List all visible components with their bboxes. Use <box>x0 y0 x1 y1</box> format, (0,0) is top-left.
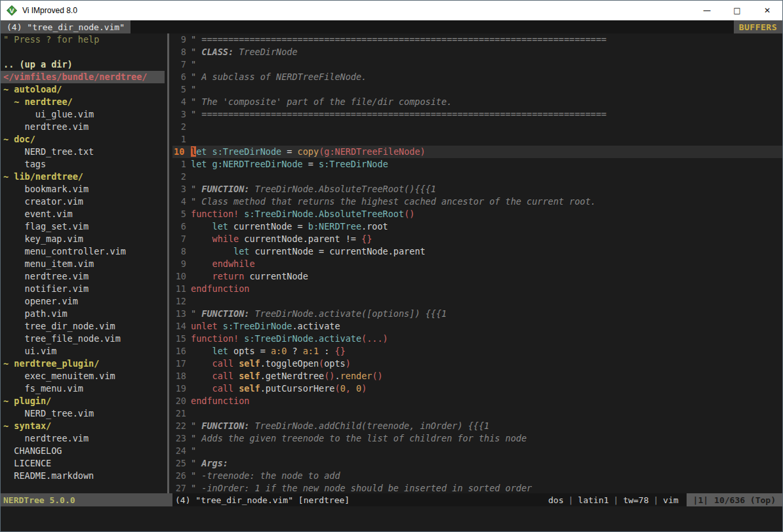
line-number: 5 <box>172 208 191 220</box>
code-line[interactable]: 22" FUNCTION: TreeDirNode.addChild(treen… <box>172 420 782 432</box>
code-line[interactable]: 23" Adds the given treenode to the list … <box>172 432 782 445</box>
minimize-button[interactable]: — <box>692 1 722 20</box>
tree-blank-row <box>1 46 165 58</box>
tree-item[interactable]: ~ doc/ <box>1 133 165 146</box>
code-line[interactable]: 10let s:TreeDirNode = copy(g:NERDTreeFil… <box>172 146 782 158</box>
tab-tree-dir-node[interactable]: (4) "tree_dir_node.vim" <box>1 20 130 33</box>
tree-item[interactable]: .. (up a dir) <box>1 58 165 71</box>
tree-item[interactable]: ~ nerdtree_plugin/ <box>1 358 165 370</box>
code-line[interactable]: 9 endwhile <box>172 258 782 270</box>
statusbar: NERDTree 5.0.0 (4) "tree_dir_node.vim" [… <box>1 493 782 506</box>
code-line[interactable]: 17 call self.toggleOpen(opts) <box>172 358 782 370</box>
code-line[interactable]: 14unlet s:TreeDirNode.activate <box>172 320 782 333</box>
tree-item[interactable]: " Press ? for help <box>1 33 165 46</box>
code-line[interactable]: 24" <box>172 445 782 457</box>
tree-item[interactable]: key_map.vim <box>1 233 165 245</box>
tree-item[interactable]: NERD_tree.txt <box>1 146 165 158</box>
tree-item[interactable]: ~ lib/nerdtree/ <box>1 171 165 183</box>
line-text: " Args: <box>191 457 228 470</box>
line-text: " Adds the given treenode to the list of… <box>191 432 527 445</box>
code-line[interactable]: 20endfunction <box>172 395 782 407</box>
code-line[interactable]: 12 <box>172 295 782 308</box>
line-text: function! s:TreeDirNode.activate(...) <box>191 333 388 345</box>
line-text: " FUNCTION: TreeDirNode.AbsoluteTreeRoot… <box>191 183 436 195</box>
code-line[interactable]: 8 let currentNode = currentNode.parent <box>172 245 782 258</box>
code-line[interactable]: 3" FUNCTION: TreeDirNode.AbsoluteTreeRoo… <box>172 183 782 195</box>
maximize-icon: □ <box>733 6 740 15</box>
tree-item[interactable]: ui.vim <box>1 345 165 358</box>
line-number: 7 <box>172 58 191 71</box>
code-line[interactable]: 8" CLASS: TreeDirNode <box>172 46 782 58</box>
tree-item[interactable]: creator.vim <box>1 195 165 208</box>
tree-item[interactable]: menu_item.vim <box>1 258 165 270</box>
close-button[interactable]: ✕ <box>752 1 782 20</box>
code-line[interactable]: 9" =====================================… <box>172 33 782 46</box>
line-number: 8 <box>172 245 191 258</box>
code-line[interactable]: 16 let opts = a:0 ? a:1 : {} <box>172 345 782 358</box>
tree-item[interactable]: </vimfiles/bundle/nerdtree/ <box>1 71 165 83</box>
code-line[interactable]: 2 <box>172 121 782 133</box>
code-line[interactable]: 6 let currentNode = b:NERDTree.root <box>172 220 782 233</box>
code-line[interactable]: 2 <box>172 171 782 183</box>
tree-item[interactable]: ~ nerdtree/ <box>1 96 165 108</box>
line-text: let g:NERDTreeDirNode = s:TreeDirNode <box>191 158 388 171</box>
line-text: " The 'composite' part of the file/dir c… <box>191 96 452 108</box>
line-text: " <box>191 83 196 96</box>
tree-item[interactable]: tree_dir_node.vim <box>1 320 165 333</box>
tree-item[interactable]: opener.vim <box>1 295 165 308</box>
code-line[interactable]: 15function! s:TreeDirNode.activate(...) <box>172 333 782 345</box>
code-line[interactable]: 6" A subclass of NERDTreeFileNode. <box>172 71 782 83</box>
tree-item[interactable]: flag_set.vim <box>1 220 165 233</box>
tree-item[interactable]: tree_file_node.vim <box>1 333 165 345</box>
tree-item[interactable]: event.vim <box>1 208 165 220</box>
maximize-button[interactable]: □ <box>722 1 752 20</box>
tree-item[interactable]: ~ plugin/ <box>1 395 165 407</box>
tree-item[interactable]: nerdtree.vim <box>1 270 165 283</box>
tree-item[interactable]: menu_controller.vim <box>1 245 165 258</box>
code-line[interactable]: 5function! s:TreeDirNode.AbsoluteTreeRoo… <box>172 208 782 220</box>
code-line[interactable]: 11endfunction <box>172 283 782 295</box>
line-number: 6 <box>172 71 191 83</box>
line-number: 22 <box>172 420 191 432</box>
tree-item[interactable]: ~ syntax/ <box>1 420 165 432</box>
line-text: " ======================================… <box>191 33 607 46</box>
tree-item[interactable]: fs_menu.vim <box>1 382 165 395</box>
code-line[interactable]: 13" FUNCTION: TreeDirNode.activate([opti… <box>172 308 782 320</box>
tree-item[interactable]: LICENCE <box>1 457 165 470</box>
line-text: " <box>191 445 196 457</box>
tree-item[interactable]: nerdtree.vim <box>1 432 165 445</box>
tree-item[interactable]: ui_glue.vim <box>1 108 165 121</box>
code-line[interactable]: 7" <box>172 58 782 71</box>
tree-item[interactable]: exec_menuitem.vim <box>1 370 165 382</box>
code-line[interactable]: 10 return currentNode <box>172 270 782 283</box>
tree-item[interactable]: NERD_tree.vim <box>1 407 165 420</box>
code-line[interactable]: 5" <box>172 83 782 96</box>
line-text: " FUNCTION: TreeDirNode.addChild(treenod… <box>191 420 489 432</box>
code-line[interactable]: 1 <box>172 133 782 146</box>
code-line[interactable]: 21 <box>172 407 782 420</box>
code-line[interactable]: 4" Class method that returns the highest… <box>172 195 782 208</box>
tree-item[interactable]: ~ autoload/ <box>1 83 165 96</box>
tree-item[interactable]: tags <box>1 158 165 171</box>
tree-item[interactable]: bookmark.vim <box>1 183 165 195</box>
code-line[interactable]: 7 while currentNode.parent != {} <box>172 233 782 245</box>
vim-logo-icon: V <box>7 5 17 16</box>
line-number: 14 <box>172 320 191 333</box>
flag-separator: | <box>649 495 663 505</box>
code-line[interactable]: 3" =====================================… <box>172 108 782 121</box>
tree-item[interactable]: nerdtree.vim <box>1 121 165 133</box>
line-text: call self.getNerdtree().render() <box>191 370 383 382</box>
tree-item[interactable]: notifier.vim <box>1 283 165 295</box>
vertical-split-handle[interactable] <box>165 33 172 493</box>
tree-item[interactable]: CHANGELOG <box>1 445 165 457</box>
code-line[interactable]: 4" The 'composite' part of the file/dir … <box>172 96 782 108</box>
code-line[interactable]: 26" -treenode: the node to add <box>172 470 782 482</box>
tree-item[interactable]: path.vim <box>1 308 165 320</box>
code-line[interactable]: 19 call self.putCursorHere(0, 0) <box>172 382 782 395</box>
tree-item[interactable]: README.markdown <box>1 470 165 482</box>
code-line[interactable]: 18 call self.getNerdtree().render() <box>172 370 782 382</box>
code-line[interactable]: 27" -inOrder: 1 if the new node should b… <box>172 482 782 493</box>
tabline: (4) "tree_dir_node.vim" BUFFERS <box>1 20 782 33</box>
code-line[interactable]: 25" Args: <box>172 457 782 470</box>
code-line[interactable]: 1let g:NERDTreeDirNode = s:TreeDirNode <box>172 158 782 171</box>
